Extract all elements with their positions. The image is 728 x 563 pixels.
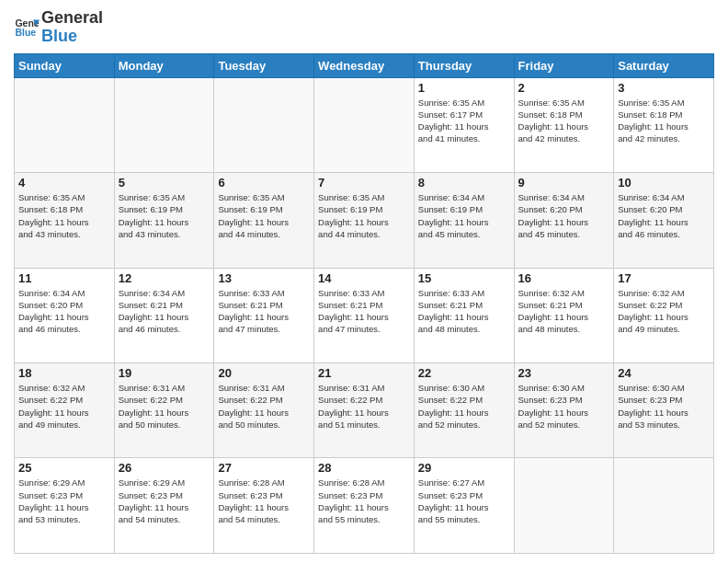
day-info: Sunrise: 6:33 AM Sunset: 6:21 PM Dayligh…	[318, 287, 410, 336]
calendar-cell: 18Sunrise: 6:32 AM Sunset: 6:22 PM Dayli…	[15, 363, 115, 458]
day-number: 16	[518, 271, 610, 285]
day-info: Sunrise: 6:33 AM Sunset: 6:21 PM Dayligh…	[218, 287, 310, 336]
day-info: Sunrise: 6:35 AM Sunset: 6:19 PM Dayligh…	[218, 191, 310, 240]
week-row-4: 18Sunrise: 6:32 AM Sunset: 6:22 PM Dayli…	[15, 363, 714, 458]
day-info: Sunrise: 6:35 AM Sunset: 6:18 PM Dayligh…	[18, 191, 110, 240]
day-number: 4	[18, 176, 110, 190]
logo: General Blue General Blue	[14, 9, 103, 46]
calendar-cell: 24Sunrise: 6:30 AM Sunset: 6:23 PM Dayli…	[614, 363, 714, 458]
day-info: Sunrise: 6:33 AM Sunset: 6:21 PM Dayligh…	[418, 287, 510, 336]
weekday-header-friday: Friday	[514, 53, 614, 77]
day-number: 25	[18, 461, 110, 475]
day-number: 5	[119, 176, 210, 190]
page: General Blue General Blue SundayMondayTu…	[0, 0, 728, 563]
calendar-cell	[314, 77, 415, 172]
calendar-cell: 15Sunrise: 6:33 AM Sunset: 6:21 PM Dayli…	[414, 268, 514, 362]
day-info: Sunrise: 6:35 AM Sunset: 6:19 PM Dayligh…	[318, 191, 410, 240]
calendar-cell: 1Sunrise: 6:35 AM Sunset: 6:17 PM Daylig…	[414, 77, 514, 172]
day-info: Sunrise: 6:34 AM Sunset: 6:21 PM Dayligh…	[119, 287, 210, 336]
day-number: 1	[418, 81, 510, 95]
calendar-cell: 8Sunrise: 6:34 AM Sunset: 6:19 PM Daylig…	[414, 173, 514, 268]
day-info: Sunrise: 6:28 AM Sunset: 6:23 PM Dayligh…	[218, 477, 310, 525]
day-info: Sunrise: 6:29 AM Sunset: 6:23 PM Dayligh…	[18, 477, 110, 525]
day-number: 11	[18, 271, 110, 285]
weekday-header-sunday: Sunday	[15, 53, 115, 77]
logo-icon: General Blue	[14, 15, 40, 40]
calendar-cell: 10Sunrise: 6:34 AM Sunset: 6:20 PM Dayli…	[614, 173, 714, 268]
day-number: 3	[618, 81, 710, 95]
day-info: Sunrise: 6:34 AM Sunset: 6:20 PM Dayligh…	[618, 191, 710, 240]
calendar-cell: 17Sunrise: 6:32 AM Sunset: 6:22 PM Dayli…	[614, 268, 714, 362]
day-info: Sunrise: 6:32 AM Sunset: 6:22 PM Dayligh…	[618, 287, 710, 336]
calendar-cell: 9Sunrise: 6:34 AM Sunset: 6:20 PM Daylig…	[514, 173, 614, 268]
calendar-cell: 23Sunrise: 6:30 AM Sunset: 6:23 PM Dayli…	[514, 363, 614, 458]
day-number: 22	[418, 366, 510, 380]
calendar-cell: 26Sunrise: 6:29 AM Sunset: 6:23 PM Dayli…	[114, 458, 214, 554]
logo-text-general: General	[41, 9, 103, 28]
day-number: 12	[119, 271, 210, 285]
calendar-cell: 4Sunrise: 6:35 AM Sunset: 6:18 PM Daylig…	[15, 173, 115, 268]
day-info: Sunrise: 6:35 AM Sunset: 6:18 PM Dayligh…	[518, 97, 610, 145]
calendar-cell: 2Sunrise: 6:35 AM Sunset: 6:18 PM Daylig…	[514, 77, 614, 172]
day-info: Sunrise: 6:32 AM Sunset: 6:21 PM Dayligh…	[518, 287, 610, 336]
day-info: Sunrise: 6:30 AM Sunset: 6:22 PM Dayligh…	[418, 382, 510, 431]
calendar-cell: 13Sunrise: 6:33 AM Sunset: 6:21 PM Dayli…	[214, 268, 314, 362]
day-number: 26	[119, 461, 210, 475]
calendar-cell: 12Sunrise: 6:34 AM Sunset: 6:21 PM Dayli…	[114, 268, 214, 362]
day-info: Sunrise: 6:29 AM Sunset: 6:23 PM Dayligh…	[119, 477, 210, 525]
day-info: Sunrise: 6:35 AM Sunset: 6:18 PM Dayligh…	[618, 97, 710, 145]
calendar-table: SundayMondayTuesdayWednesdayThursdayFrid…	[14, 53, 714, 554]
calendar-cell: 11Sunrise: 6:34 AM Sunset: 6:20 PM Dayli…	[15, 268, 115, 362]
weekday-header-monday: Monday	[114, 53, 214, 77]
calendar-cell: 19Sunrise: 6:31 AM Sunset: 6:22 PM Dayli…	[114, 363, 214, 458]
day-number: 18	[18, 366, 110, 380]
day-number: 7	[318, 176, 410, 190]
calendar-cell: 6Sunrise: 6:35 AM Sunset: 6:19 PM Daylig…	[214, 173, 314, 268]
day-number: 19	[119, 366, 210, 380]
svg-text:Blue: Blue	[15, 27, 36, 38]
day-number: 28	[318, 461, 410, 475]
calendar-cell: 25Sunrise: 6:29 AM Sunset: 6:23 PM Dayli…	[15, 458, 115, 554]
weekday-header-thursday: Thursday	[414, 53, 514, 77]
weekday-header-wednesday: Wednesday	[314, 53, 415, 77]
day-info: Sunrise: 6:34 AM Sunset: 6:20 PM Dayligh…	[518, 191, 610, 240]
day-number: 23	[518, 366, 610, 380]
day-info: Sunrise: 6:32 AM Sunset: 6:22 PM Dayligh…	[18, 382, 110, 431]
day-number: 27	[218, 461, 310, 475]
day-info: Sunrise: 6:27 AM Sunset: 6:23 PM Dayligh…	[418, 477, 510, 525]
day-number: 24	[618, 366, 710, 380]
day-number: 29	[418, 461, 510, 475]
day-info: Sunrise: 6:31 AM Sunset: 6:22 PM Dayligh…	[218, 382, 310, 431]
day-number: 2	[518, 81, 610, 95]
week-row-5: 25Sunrise: 6:29 AM Sunset: 6:23 PM Dayli…	[15, 458, 714, 554]
weekday-header-row: SundayMondayTuesdayWednesdayThursdayFrid…	[15, 53, 714, 77]
week-row-3: 11Sunrise: 6:34 AM Sunset: 6:20 PM Dayli…	[15, 268, 714, 362]
day-info: Sunrise: 6:34 AM Sunset: 6:20 PM Dayligh…	[18, 287, 110, 336]
calendar-cell: 14Sunrise: 6:33 AM Sunset: 6:21 PM Dayli…	[314, 268, 415, 362]
calendar-cell: 3Sunrise: 6:35 AM Sunset: 6:18 PM Daylig…	[614, 77, 714, 172]
week-row-1: 1Sunrise: 6:35 AM Sunset: 6:17 PM Daylig…	[15, 77, 714, 172]
calendar-cell: 27Sunrise: 6:28 AM Sunset: 6:23 PM Dayli…	[214, 458, 314, 554]
day-number: 6	[218, 176, 310, 190]
day-info: Sunrise: 6:31 AM Sunset: 6:22 PM Dayligh…	[318, 382, 410, 431]
weekday-header-saturday: Saturday	[614, 53, 714, 77]
day-number: 13	[218, 271, 310, 285]
calendar-cell: 29Sunrise: 6:27 AM Sunset: 6:23 PM Dayli…	[414, 458, 514, 554]
day-number: 17	[618, 271, 710, 285]
day-info: Sunrise: 6:35 AM Sunset: 6:17 PM Dayligh…	[418, 97, 510, 145]
day-info: Sunrise: 6:30 AM Sunset: 6:23 PM Dayligh…	[618, 382, 710, 431]
day-number: 9	[518, 176, 610, 190]
calendar-cell: 5Sunrise: 6:35 AM Sunset: 6:19 PM Daylig…	[114, 173, 214, 268]
header: General Blue General Blue	[14, 9, 714, 46]
day-info: Sunrise: 6:31 AM Sunset: 6:22 PM Dayligh…	[119, 382, 210, 431]
day-info: Sunrise: 6:30 AM Sunset: 6:23 PM Dayligh…	[518, 382, 610, 431]
day-number: 8	[418, 176, 510, 190]
calendar-cell	[614, 458, 714, 554]
day-number: 10	[618, 176, 710, 190]
calendar-cell: 16Sunrise: 6:32 AM Sunset: 6:21 PM Dayli…	[514, 268, 614, 362]
day-number: 15	[418, 271, 510, 285]
calendar-cell: 20Sunrise: 6:31 AM Sunset: 6:22 PM Dayli…	[214, 363, 314, 458]
day-info: Sunrise: 6:28 AM Sunset: 6:23 PM Dayligh…	[318, 477, 410, 525]
calendar-cell: 22Sunrise: 6:30 AM Sunset: 6:22 PM Dayli…	[414, 363, 514, 458]
logo-text-blue: Blue	[41, 28, 103, 46]
